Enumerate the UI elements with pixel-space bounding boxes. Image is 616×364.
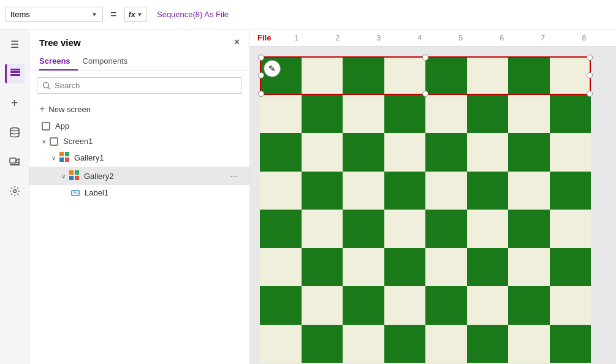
svg-rect-11 xyxy=(65,152,69,156)
checker-cell xyxy=(425,325,467,363)
checker-cell xyxy=(467,95,509,134)
checker-cell xyxy=(425,95,467,134)
tree-item-label1[interactable]: Label1 xyxy=(29,185,249,200)
ruler-4: 4 xyxy=(399,34,440,42)
checker-cell xyxy=(384,210,426,248)
screen1-label: Screen1 xyxy=(63,137,93,146)
fx-button[interactable]: fx ▼ xyxy=(124,7,147,22)
checker-cell xyxy=(550,210,591,248)
checker-cell xyxy=(508,56,550,95)
checker-cell xyxy=(508,133,550,172)
checker-cell xyxy=(508,210,550,248)
ruler-2: 2 xyxy=(317,34,358,42)
gallery2-label: Gallery2 xyxy=(84,172,113,181)
checker-cell xyxy=(467,56,509,95)
svg-rect-12 xyxy=(59,157,64,162)
dropdown-label: Items xyxy=(10,10,30,19)
label1-icon xyxy=(71,189,80,197)
icon-bar: ☰ + xyxy=(0,29,29,364)
ruler-3: 3 xyxy=(358,34,399,42)
svg-rect-17 xyxy=(75,176,79,180)
dropdown-chevron-icon: ▼ xyxy=(91,11,97,18)
checker-cell xyxy=(384,325,426,363)
checker-cell xyxy=(343,172,384,210)
formula-bar[interactable]: Sequence(8) As File xyxy=(152,7,234,21)
checker-cell xyxy=(343,56,384,95)
svg-rect-8 xyxy=(42,123,50,130)
svg-rect-2 xyxy=(10,69,20,70)
svg-rect-13 xyxy=(65,157,69,162)
checker-cell xyxy=(302,172,343,210)
checker-cell xyxy=(343,325,384,363)
settings-icon[interactable] xyxy=(5,181,25,201)
checker-cell xyxy=(425,56,467,95)
checker-cell xyxy=(425,210,467,248)
checker-cell xyxy=(467,325,509,363)
checker-cell xyxy=(384,133,426,172)
hamburger-icon[interactable]: ☰ xyxy=(5,34,25,54)
tree-item-screen1[interactable]: ∨ Screen1 xyxy=(29,134,249,149)
svg-rect-10 xyxy=(59,152,64,156)
svg-point-3 xyxy=(10,128,19,131)
svg-rect-5 xyxy=(10,164,20,165)
ruler-numbers: 1 2 3 4 5 6 7 8 xyxy=(276,34,616,42)
checker-cell xyxy=(384,286,426,325)
media-icon[interactable] xyxy=(5,152,25,172)
checker-cell xyxy=(425,172,467,210)
new-screen-button[interactable]: + New screen xyxy=(29,100,249,118)
layers-icon[interactable] xyxy=(5,64,25,83)
svg-rect-9 xyxy=(50,138,58,145)
tab-screens[interactable]: Screens xyxy=(39,53,78,70)
app-icon xyxy=(42,122,50,131)
checker-cell xyxy=(260,56,302,95)
screen1-icon xyxy=(50,137,58,146)
tree-panel-close-button[interactable]: × xyxy=(234,37,240,48)
tab-components[interactable]: Components xyxy=(83,53,135,70)
checker-cell xyxy=(260,286,302,325)
ruler-8: 8 xyxy=(563,34,604,42)
checker-cell xyxy=(425,248,467,287)
checker-cell xyxy=(508,95,550,134)
gallery2-more-button[interactable]: ··· xyxy=(227,170,240,182)
checker-cell xyxy=(425,286,467,325)
gallery2-icon xyxy=(69,170,79,182)
tree-item-app[interactable]: App xyxy=(29,118,249,134)
add-icon[interactable]: + xyxy=(5,93,25,113)
checker-cell xyxy=(260,133,302,172)
gallery-container[interactable]: ✎ xyxy=(260,56,591,363)
checker-cell xyxy=(467,172,509,210)
search-box[interactable] xyxy=(37,77,242,94)
gallery2-chevron-icon: ∨ xyxy=(61,173,66,180)
search-input[interactable] xyxy=(55,81,237,90)
search-icon xyxy=(42,82,51,90)
top-bar: Items ▼ = fx ▼ Sequence(8) As File xyxy=(0,0,616,29)
svg-rect-15 xyxy=(75,170,79,175)
ruler-file-label[interactable]: File xyxy=(257,33,271,42)
checker-cell xyxy=(384,95,426,134)
checker-cell xyxy=(260,210,302,248)
tree-panel-title: Tree view xyxy=(39,37,81,48)
checker-cell xyxy=(508,172,550,210)
gallery1-icon xyxy=(59,152,69,164)
svg-rect-16 xyxy=(69,176,74,180)
tree-panel: Tree view × Screens Components + New scr… xyxy=(29,29,250,364)
checker-cell xyxy=(302,95,343,134)
database-icon[interactable] xyxy=(5,123,25,142)
tree-item-gallery1[interactable]: ∨ Gallery1 xyxy=(29,149,249,167)
canvas-content: ✎ xyxy=(250,47,616,364)
svg-rect-14 xyxy=(69,170,74,175)
ruler-5: 5 xyxy=(440,34,481,42)
checker-cell xyxy=(467,210,509,248)
checker-cell xyxy=(343,210,384,248)
fx-label: fx xyxy=(129,10,136,19)
checker-cell xyxy=(508,248,550,287)
checker-cell xyxy=(384,248,426,287)
tree-item-gallery2[interactable]: ∨ Gallery2 ··· xyxy=(29,167,249,185)
items-dropdown[interactable]: Items ▼ xyxy=(5,7,103,22)
new-screen-label: New screen xyxy=(48,105,91,114)
checker-cell xyxy=(384,56,426,95)
ruler-6: 6 xyxy=(481,34,522,42)
svg-rect-0 xyxy=(10,71,20,73)
checker-cell xyxy=(508,286,550,325)
canvas-ruler: File 1 2 3 4 5 6 7 8 xyxy=(250,29,616,47)
